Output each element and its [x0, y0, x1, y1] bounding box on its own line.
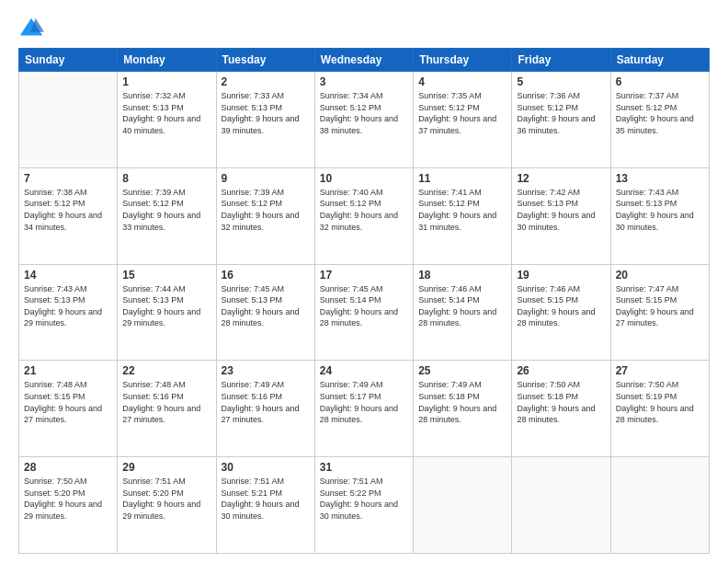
sunrise-text: Sunrise: 7:50 AM — [616, 379, 704, 391]
day-number: 16 — [222, 269, 310, 282]
day-number: 31 — [320, 461, 408, 474]
sunrise-text: Sunrise: 7:32 AM — [122, 90, 210, 102]
calendar-week-2: 14Sunrise: 7:43 AMSunset: 5:13 PMDayligh… — [19, 264, 710, 361]
sunrise-text: Sunrise: 7:36 AM — [517, 90, 605, 102]
day-detail: Sunrise: 7:47 AMSunset: 5:15 PMDaylight:… — [616, 283, 704, 329]
calendar-cell: 9Sunrise: 7:39 AMSunset: 5:12 PMDaylight… — [216, 167, 314, 264]
day-number: 6 — [616, 75, 704, 88]
calendar-cell: 18Sunrise: 7:46 AMSunset: 5:14 PMDayligh… — [414, 264, 512, 361]
weekday-header-wednesday: Wednesday — [314, 49, 413, 72]
sunset-text: Sunset: 5:13 PM — [517, 198, 605, 210]
daylight-text: Daylight: 9 hours and 28 minutes. — [517, 306, 605, 329]
daylight-text: Daylight: 9 hours and 27 minutes. — [24, 403, 112, 426]
sunset-text: Sunset: 5:16 PM — [222, 391, 310, 403]
day-number: 9 — [222, 172, 310, 185]
day-number: 22 — [122, 364, 210, 377]
weekday-header-tuesday: Tuesday — [216, 49, 314, 72]
sunrise-text: Sunrise: 7:43 AM — [616, 187, 704, 199]
weekday-header-saturday: Saturday — [610, 49, 709, 72]
daylight-text: Daylight: 9 hours and 29 minutes. — [122, 499, 210, 522]
sunset-text: Sunset: 5:19 PM — [616, 391, 704, 403]
day-number: 21 — [24, 364, 112, 377]
calendar-cell: 5Sunrise: 7:36 AMSunset: 5:12 PMDaylight… — [512, 72, 610, 168]
day-detail: Sunrise: 7:34 AMSunset: 5:12 PMDaylight:… — [320, 90, 408, 136]
sunset-text: Sunset: 5:12 PM — [222, 198, 310, 210]
day-detail: Sunrise: 7:41 AMSunset: 5:12 PMDaylight:… — [418, 187, 506, 233]
sunset-text: Sunset: 5:20 PM — [122, 488, 210, 500]
calendar-week-4: 28Sunrise: 7:50 AMSunset: 5:20 PMDayligh… — [19, 457, 710, 554]
day-number: 13 — [616, 172, 704, 185]
daylight-text: Daylight: 9 hours and 37 minutes. — [418, 113, 506, 136]
day-number: 20 — [616, 269, 704, 282]
day-number: 12 — [517, 172, 605, 185]
calendar-cell: 30Sunrise: 7:51 AMSunset: 5:21 PMDayligh… — [216, 457, 314, 554]
daylight-text: Daylight: 9 hours and 28 minutes. — [222, 306, 310, 329]
weekday-header-sunday: Sunday — [19, 49, 118, 72]
sunset-text: Sunset: 5:17 PM — [320, 391, 408, 403]
calendar-cell: 3Sunrise: 7:34 AMSunset: 5:12 PMDaylight… — [314, 72, 413, 168]
calendar-cell: 17Sunrise: 7:45 AMSunset: 5:14 PMDayligh… — [314, 264, 413, 361]
daylight-text: Daylight: 9 hours and 36 minutes. — [517, 113, 605, 136]
sunset-text: Sunset: 5:15 PM — [24, 391, 112, 403]
calendar-cell: 10Sunrise: 7:40 AMSunset: 5:12 PMDayligh… — [314, 167, 413, 264]
daylight-text: Daylight: 9 hours and 30 minutes. — [616, 210, 704, 233]
sunrise-text: Sunrise: 7:51 AM — [222, 476, 310, 488]
page: SundayMondayTuesdayWednesdayThursdayFrid… — [0, 0, 728, 563]
day-number: 4 — [418, 75, 506, 88]
day-detail: Sunrise: 7:32 AMSunset: 5:13 PMDaylight:… — [122, 90, 210, 136]
day-detail: Sunrise: 7:35 AMSunset: 5:12 PMDaylight:… — [418, 90, 506, 136]
day-detail: Sunrise: 7:39 AMSunset: 5:12 PMDaylight:… — [222, 187, 310, 233]
day-detail: Sunrise: 7:50 AMSunset: 5:18 PMDaylight:… — [517, 379, 605, 425]
sunrise-text: Sunrise: 7:51 AM — [320, 476, 408, 488]
day-detail: Sunrise: 7:38 AMSunset: 5:12 PMDaylight:… — [24, 187, 112, 233]
sunset-text: Sunset: 5:13 PM — [616, 198, 704, 210]
daylight-text: Daylight: 9 hours and 30 minutes. — [517, 210, 605, 233]
daylight-text: Daylight: 9 hours and 38 minutes. — [320, 113, 408, 136]
sunrise-text: Sunrise: 7:39 AM — [222, 187, 310, 199]
day-number: 19 — [517, 269, 605, 282]
calendar-cell: 22Sunrise: 7:48 AMSunset: 5:16 PMDayligh… — [118, 361, 216, 457]
sunset-text: Sunset: 5:15 PM — [616, 294, 704, 306]
daylight-text: Daylight: 9 hours and 28 minutes. — [418, 403, 506, 426]
day-number: 11 — [418, 172, 506, 185]
day-number: 15 — [122, 269, 210, 282]
day-number: 2 — [222, 75, 310, 88]
calendar-cell: 25Sunrise: 7:49 AMSunset: 5:18 PMDayligh… — [414, 361, 512, 457]
daylight-text: Daylight: 9 hours and 33 minutes. — [122, 210, 210, 233]
day-number: 10 — [320, 172, 408, 185]
daylight-text: Daylight: 9 hours and 30 minutes. — [320, 499, 408, 522]
sunrise-text: Sunrise: 7:38 AM — [24, 187, 112, 199]
calendar-week-3: 21Sunrise: 7:48 AMSunset: 5:15 PMDayligh… — [19, 361, 710, 457]
day-detail: Sunrise: 7:33 AMSunset: 5:13 PMDaylight:… — [222, 90, 310, 136]
calendar-cell: 8Sunrise: 7:39 AMSunset: 5:12 PMDaylight… — [118, 167, 216, 264]
day-number: 3 — [320, 75, 408, 88]
weekday-row: SundayMondayTuesdayWednesdayThursdayFrid… — [19, 49, 710, 72]
sunset-text: Sunset: 5:15 PM — [517, 294, 605, 306]
day-detail: Sunrise: 7:49 AMSunset: 5:18 PMDaylight:… — [418, 379, 506, 425]
sunset-text: Sunset: 5:13 PM — [122, 102, 210, 114]
day-detail: Sunrise: 7:42 AMSunset: 5:13 PMDaylight:… — [517, 187, 605, 233]
sunrise-text: Sunrise: 7:40 AM — [320, 187, 408, 199]
daylight-text: Daylight: 9 hours and 28 minutes. — [320, 306, 408, 329]
daylight-text: Daylight: 9 hours and 34 minutes. — [24, 210, 112, 233]
sunset-text: Sunset: 5:12 PM — [320, 102, 408, 114]
calendar-cell: 16Sunrise: 7:45 AMSunset: 5:13 PMDayligh… — [216, 264, 314, 361]
daylight-text: Daylight: 9 hours and 28 minutes. — [517, 403, 605, 426]
calendar-cell: 12Sunrise: 7:42 AMSunset: 5:13 PMDayligh… — [512, 167, 610, 264]
calendar-cell — [414, 457, 512, 554]
calendar-cell: 23Sunrise: 7:49 AMSunset: 5:16 PMDayligh… — [216, 361, 314, 457]
calendar-cell: 14Sunrise: 7:43 AMSunset: 5:13 PMDayligh… — [19, 264, 118, 361]
sunset-text: Sunset: 5:12 PM — [616, 102, 704, 114]
sunrise-text: Sunrise: 7:49 AM — [320, 379, 408, 391]
calendar-week-0: 1Sunrise: 7:32 AMSunset: 5:13 PMDaylight… — [19, 72, 710, 168]
sunrise-text: Sunrise: 7:48 AM — [122, 379, 210, 391]
weekday-header-friday: Friday — [512, 49, 610, 72]
daylight-text: Daylight: 9 hours and 35 minutes. — [616, 113, 704, 136]
daylight-text: Daylight: 9 hours and 29 minutes. — [24, 306, 112, 329]
daylight-text: Daylight: 9 hours and 28 minutes. — [616, 403, 704, 426]
calendar-header: SundayMondayTuesdayWednesdayThursdayFrid… — [19, 49, 710, 72]
sunrise-text: Sunrise: 7:41 AM — [418, 187, 506, 199]
day-number: 7 — [24, 172, 112, 185]
sunrise-text: Sunrise: 7:44 AM — [122, 283, 210, 295]
day-detail: Sunrise: 7:45 AMSunset: 5:13 PMDaylight:… — [222, 283, 310, 329]
